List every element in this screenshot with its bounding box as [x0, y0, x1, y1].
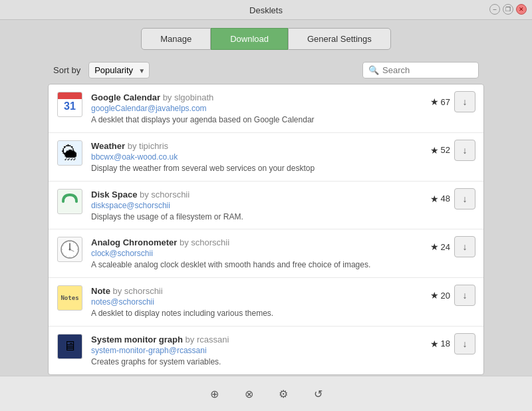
refresh-icon-button[interactable]: ↺	[307, 383, 329, 404]
item-icon-google-calendar: 31	[57, 91, 83, 118]
item-email[interactable]: diskspace@schorschii	[91, 201, 421, 210]
sort-wrapper: Popularity Name Date ▼	[88, 62, 150, 78]
item-meta-weather: ★ 52 ↓	[429, 140, 475, 161]
add-icon: ⊕	[210, 388, 219, 400]
item-details-google-calendar: Google Calendar by slgobinath googleCale…	[91, 91, 421, 126]
download-button-disk-space[interactable]: ↓	[454, 188, 475, 209]
item-email[interactable]: system-monitor-graph@rcassani	[91, 346, 421, 355]
star-count: 24	[441, 242, 450, 252]
item-description: Display the weather from several web ser…	[91, 163, 421, 174]
list-item: 🌦 Weather by tipichris bbcwx@oak-wood.co…	[49, 133, 483, 182]
item-icon-weather: 🌦	[57, 140, 83, 166]
download-button-weather[interactable]: ↓	[454, 140, 475, 161]
close-button[interactable]: ✕	[516, 4, 527, 15]
item-icon-disk-space	[57, 188, 83, 215]
item-details-system-monitor-graph: System monitor graph by rcassani system-…	[91, 333, 421, 368]
item-icon-analog-chronometer	[57, 236, 83, 263]
item-author: by slgobinath	[163, 92, 214, 102]
item-name: System monitor graph by rcassani	[91, 335, 229, 344]
tab-general-settings[interactable]: General Settings	[288, 28, 391, 50]
search-box: 🔍	[362, 62, 479, 78]
item-description: Creates graphs for system variables.	[91, 356, 421, 368]
star-icon: ★	[430, 241, 439, 252]
star-icon: ★	[430, 339, 439, 349]
svg-line-6	[76, 245, 77, 246]
item-email[interactable]: notes@schorschii	[91, 297, 421, 307]
item-icon-note: Notes	[57, 285, 83, 311]
svg-line-11	[66, 256, 66, 257]
item-meta-analog-chronometer: ★ 24 ↓	[429, 236, 475, 257]
item-meta-note: ★ 20 ↓	[429, 285, 475, 306]
item-name: Analog Chronometer by schorschii	[91, 237, 229, 247]
star-icon: ★	[430, 290, 439, 301]
list-item: 31 Google Calendar by slgobinath googleC…	[49, 84, 483, 133]
item-name: Note by schorschii	[91, 286, 163, 296]
item-details-weather: Weather by tipichris bbcwx@oak-wood.co.u…	[91, 140, 421, 174]
window-controls: – ❐ ✕	[489, 4, 527, 15]
tab-download[interactable]: Download	[211, 28, 288, 50]
sort-select[interactable]: Popularity Name Date	[88, 62, 150, 78]
settings-icon: ⚙	[279, 388, 288, 400]
item-meta-disk-space: ★ 48 ↓	[429, 188, 475, 209]
restore-button[interactable]: ❐	[503, 4, 513, 15]
list-item: Notes Note by schorschii notes@schorschi…	[49, 278, 483, 327]
svg-line-12	[63, 253, 63, 254]
item-description: A desklet that displays your agenda base…	[91, 114, 421, 126]
tab-manage[interactable]: Manage	[141, 28, 211, 50]
content-area: 31 Google Calendar by slgobinath googleC…	[0, 84, 532, 376]
items-list: 31 Google Calendar by slgobinath googleC…	[48, 84, 484, 375]
download-button-note[interactable]: ↓	[454, 285, 475, 306]
item-email[interactable]: clock@schorschii	[91, 249, 421, 258]
footer-bar: ⊕ ⊗ ⚙ ↺	[0, 376, 532, 411]
download-icon: ↓	[463, 290, 467, 301]
item-stars: ★ 67	[430, 96, 450, 107]
item-meta-google-calendar: ★ 67 ↓	[429, 91, 475, 112]
star-icon: ★	[430, 194, 439, 204]
star-count: 20	[441, 291, 450, 301]
item-name: Disk Space by schorschii	[91, 190, 190, 200]
settings-icon-button[interactable]: ⚙	[273, 383, 294, 404]
svg-line-15	[66, 243, 66, 243]
download-icon: ↓	[463, 96, 467, 107]
star-count: 67	[441, 97, 450, 107]
star-icon: ★	[430, 145, 439, 156]
refresh-icon: ↺	[314, 388, 323, 400]
item-author: by schorschii	[113, 286, 163, 296]
window-title: Desklets	[249, 5, 283, 15]
remove-icon: ⊗	[245, 388, 253, 400]
item-email[interactable]: googleCalendar@javahelps.com	[91, 104, 421, 113]
download-button-analog-chronometer[interactable]: ↓	[454, 236, 475, 257]
download-button-google-calendar[interactable]: ↓	[454, 91, 475, 112]
item-author: by tipichris	[128, 141, 168, 151]
item-stars: ★ 52	[430, 145, 450, 156]
toolbar: Sort by Popularity Name Date ▼ 🔍	[0, 57, 532, 84]
download-icon: ↓	[463, 194, 467, 204]
download-icon: ↓	[463, 339, 467, 349]
svg-line-9	[74, 256, 74, 257]
item-icon-system-monitor-graph: 🖥	[57, 333, 83, 360]
item-stars: ★ 20	[430, 290, 450, 301]
list-item: 🖥 System monitor graph by rcassani syste…	[49, 327, 483, 374]
item-details-analog-chronometer: Analog Chronometer by schorschii clock@s…	[91, 236, 421, 271]
item-author: by schorschii	[140, 190, 190, 200]
svg-line-14	[63, 245, 63, 246]
download-button-system-monitor-graph[interactable]: ↓	[454, 333, 475, 354]
item-meta-system-monitor-graph: ★ 18 ↓	[429, 333, 475, 354]
remove-icon-button[interactable]: ⊗	[238, 383, 259, 404]
item-author: by schorschii	[180, 237, 229, 247]
star-icon: ★	[430, 96, 439, 107]
item-description: A scaleable analog clock desklet with sm…	[91, 259, 421, 271]
item-stars: ★ 48	[430, 194, 450, 204]
search-input[interactable]	[382, 65, 473, 75]
star-count: 52	[441, 145, 450, 155]
item-author: by rcassani	[186, 335, 229, 344]
minimize-button[interactable]: –	[489, 4, 500, 15]
item-email[interactable]: bbcwx@oak-wood.co.uk	[91, 152, 421, 162]
list-item: Disk Space by schorschii diskspace@schor…	[49, 182, 483, 230]
item-details-note: Note by schorschii notes@schorschii A de…	[91, 285, 421, 319]
add-icon-button[interactable]: ⊕	[203, 383, 225, 404]
svg-line-5	[74, 243, 74, 243]
download-icon: ↓	[463, 145, 467, 156]
item-stars: ★ 18	[430, 339, 450, 349]
svg-line-8	[76, 253, 77, 254]
